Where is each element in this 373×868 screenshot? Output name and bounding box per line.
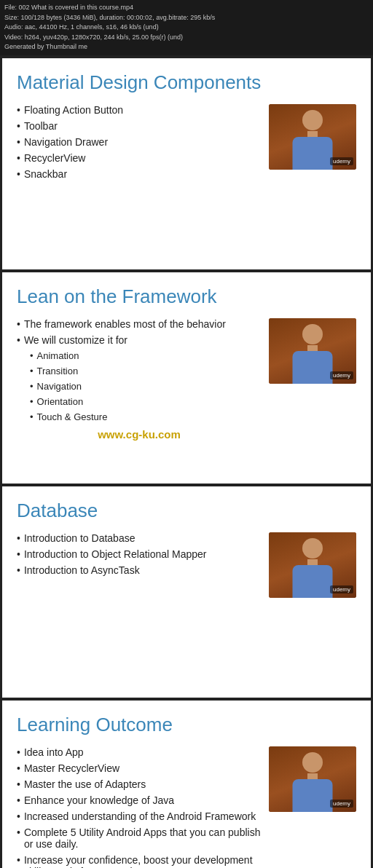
udemy-badge: udemy	[330, 585, 353, 593]
thumbnail-slide3: udemy	[269, 532, 356, 598]
bullet-item-1-4: Navigation	[17, 381, 262, 392]
person-body	[293, 137, 333, 170]
slide-text-slide4: Idea into AppMaster RecyclerViewMaster t…	[17, 746, 269, 868]
bullet-item-0-4: Snackbar	[17, 168, 262, 180]
bullet-item-0-2: Navigation Drawer	[17, 136, 262, 148]
bullet-item-1-5: Orientation	[17, 396, 262, 407]
thumbnail-slide1: udemy	[269, 104, 356, 170]
bullet-item-2-0: Introduction to Database	[17, 532, 262, 544]
slide-card-slide3: DatabaseIntroduction to DatabaseIntroduc…	[2, 486, 371, 698]
udemy-badge: udemy	[330, 157, 353, 165]
slide-body-slide3: Introduction to DatabaseIntroduction to …	[17, 532, 356, 598]
bullet-item-3-3: Enhance your knowledge of Java	[17, 794, 262, 806]
slide-body-slide4: Idea into AppMaster RecyclerViewMaster t…	[17, 746, 356, 868]
bullet-item-1-2: Animation	[17, 350, 262, 361]
slide-body-slide2: The framework enables most of the behavi…	[17, 318, 356, 441]
bullet-item-1-0: The framework enables most of the behavi…	[17, 318, 262, 330]
topbar-line2: Size: 100/128 bytes (3436 MiB), duration…	[4, 13, 369, 23]
udemy-badge: udemy	[330, 371, 353, 379]
thumbnail-slide2: udemy	[269, 318, 356, 384]
topbar-line1: File: 002 What is covered in this course…	[4, 3, 369, 13]
topbar-line4: Video: h264, yuv420p, 1280x720, 244 kb/s…	[4, 33, 369, 43]
slide-title-slide1: Material Design Components	[17, 71, 356, 94]
slide-text-slide2: The framework enables most of the behavi…	[17, 318, 269, 441]
slide-card-slide1: Material Design ComponentsFloating Actio…	[2, 58, 371, 269]
watermark-slide2: www.cg-ku.com	[17, 428, 262, 441]
person-head	[302, 538, 323, 559]
topbar-line3: Audio: aac, 44100 Hz, 1 channels, s16, 4…	[4, 23, 369, 33]
thumbnail-slide4: udemy	[269, 746, 356, 812]
bullet-item-1-1: We will customize it for	[17, 334, 262, 346]
bullet-item-3-1: Master RecyclerView	[17, 762, 262, 774]
bullet-item-0-0: Floating Action Button	[17, 104, 262, 116]
bullet-item-3-4: Increased understanding of the Android F…	[17, 810, 262, 822]
slide-title-slide4: Learning Outcome	[17, 714, 356, 736]
udemy-badge: udemy	[330, 800, 353, 808]
bullet-item-1-3: Transition	[17, 366, 262, 376]
bullet-item-3-0: Idea into App	[17, 746, 262, 758]
top-bar: File: 002 What is covered in this course…	[0, 0, 373, 55]
person-body	[293, 779, 333, 812]
bullet-item-1-6: Touch & Gesture	[17, 411, 262, 422]
slide-title-slide2: Lean on the Framework	[17, 285, 356, 308]
person-head	[302, 324, 323, 344]
bullet-item-0-1: Toolbar	[17, 120, 262, 132]
bullet-item-3-2: Master the use of Adapters	[17, 778, 262, 790]
person-body	[293, 351, 333, 384]
slide-title-slide3: Database	[17, 500, 356, 522]
bullet-item-0-3: RecyclerView	[17, 152, 262, 164]
person-body	[293, 565, 333, 598]
bullet-item-2-1: Introduction to Object Relational Mapper	[17, 548, 262, 560]
topbar-line5: Generated by Thumbnail me	[4, 42, 369, 52]
slide-text-slide1: Floating Action ButtonToolbarNavigation …	[17, 104, 269, 184]
slide-text-slide3: Introduction to DatabaseIntroduction to …	[17, 532, 269, 580]
bullet-item-3-5: Complete 5 Utility Android Apps that you…	[17, 826, 262, 850]
bullet-item-2-2: Introduction to AsyncTask	[17, 564, 262, 576]
slide-card-slide4: Learning OutcomeIdea into AppMaster Recy…	[2, 701, 371, 869]
person-head	[302, 110, 323, 130]
slides-container: Material Design ComponentsFloating Actio…	[0, 58, 373, 869]
person-head	[302, 752, 323, 773]
slide-card-slide2: Lean on the FrameworkThe framework enabl…	[2, 272, 371, 484]
bullet-item-3-6: Increase your confidence, boost your dev…	[17, 854, 262, 868]
slide-body-slide1: Floating Action ButtonToolbarNavigation …	[17, 104, 356, 184]
